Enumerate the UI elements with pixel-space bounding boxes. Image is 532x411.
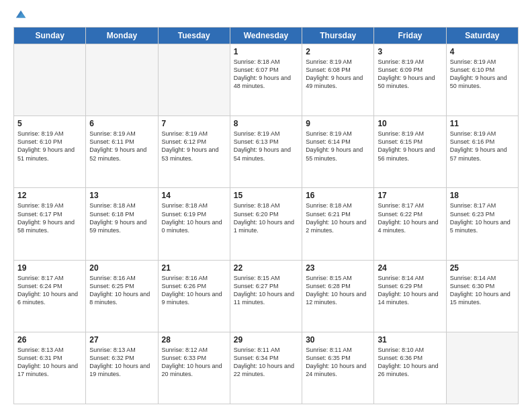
calendar-cell: 28Sunrise: 8:12 AM Sunset: 6:33 PM Dayli… — [158, 332, 230, 404]
calendar-cell: 13Sunrise: 8:18 AM Sunset: 6:18 PM Dayli… — [86, 188, 158, 260]
day-number: 22 — [234, 263, 298, 273]
calendar-cell: 9Sunrise: 8:19 AM Sunset: 6:14 PM Daylig… — [302, 116, 374, 188]
day-info: Sunrise: 8:16 AM Sunset: 6:26 PM Dayligh… — [162, 274, 226, 307]
day-number: 18 — [450, 191, 515, 200]
day-info: Sunrise: 8:10 AM Sunset: 6:36 PM Dayligh… — [378, 346, 442, 379]
day-number: 15 — [234, 191, 298, 200]
calendar-cell: 24Sunrise: 8:14 AM Sunset: 6:29 PM Dayli… — [374, 260, 446, 332]
day-info: Sunrise: 8:11 AM Sunset: 6:34 PM Dayligh… — [234, 346, 298, 379]
day-info: Sunrise: 8:14 AM Sunset: 6:29 PM Dayligh… — [378, 274, 442, 307]
calendar-cell: 14Sunrise: 8:18 AM Sunset: 6:19 PM Dayli… — [158, 188, 230, 260]
day-number: 8 — [234, 119, 298, 128]
day-info: Sunrise: 8:19 AM Sunset: 6:10 PM Dayligh… — [450, 58, 515, 91]
calendar-cell: 11Sunrise: 8:19 AM Sunset: 6:16 PM Dayli… — [446, 116, 518, 188]
calendar-cell: 18Sunrise: 8:17 AM Sunset: 6:23 PM Dayli… — [446, 188, 518, 260]
day-number: 14 — [162, 191, 226, 200]
day-number: 26 — [17, 335, 82, 345]
day-of-week-header: Wednesday — [230, 28, 302, 44]
day-info: Sunrise: 8:18 AM Sunset: 6:20 PM Dayligh… — [234, 201, 298, 234]
logo-icon — [15, 8, 27, 20]
day-info: Sunrise: 8:17 AM Sunset: 6:23 PM Dayligh… — [450, 201, 515, 234]
calendar-cell — [158, 44, 230, 116]
day-info: Sunrise: 8:19 AM Sunset: 6:09 PM Dayligh… — [378, 58, 442, 91]
day-info: Sunrise: 8:19 AM Sunset: 6:11 PM Dayligh… — [89, 130, 154, 163]
day-number: 17 — [378, 191, 442, 200]
calendar-cell: 12Sunrise: 8:19 AM Sunset: 6:17 PM Dayli… — [14, 188, 86, 260]
day-number: 29 — [234, 335, 298, 345]
calendar-cell: 7Sunrise: 8:19 AM Sunset: 6:12 PM Daylig… — [158, 116, 230, 188]
day-number: 5 — [17, 119, 82, 128]
day-number: 20 — [89, 263, 154, 273]
day-info: Sunrise: 8:18 AM Sunset: 6:21 PM Dayligh… — [306, 201, 370, 234]
day-info: Sunrise: 8:19 AM Sunset: 6:10 PM Dayligh… — [17, 130, 82, 163]
calendar-cell — [446, 332, 518, 404]
day-info: Sunrise: 8:19 AM Sunset: 6:16 PM Dayligh… — [450, 130, 515, 163]
day-info: Sunrise: 8:17 AM Sunset: 6:22 PM Dayligh… — [378, 201, 442, 234]
day-number: 4 — [450, 47, 515, 56]
calendar-cell: 23Sunrise: 8:15 AM Sunset: 6:28 PM Dayli… — [302, 260, 374, 332]
calendar-cell: 5Sunrise: 8:19 AM Sunset: 6:10 PM Daylig… — [14, 116, 86, 188]
day-number: 25 — [450, 263, 515, 273]
calendar-cell: 15Sunrise: 8:18 AM Sunset: 6:20 PM Dayli… — [230, 188, 302, 260]
day-info: Sunrise: 8:19 AM Sunset: 6:14 PM Dayligh… — [306, 130, 370, 163]
calendar-cell: 3Sunrise: 8:19 AM Sunset: 6:09 PM Daylig… — [374, 44, 446, 116]
day-number: 16 — [306, 191, 370, 200]
day-of-week-header: Saturday — [446, 28, 518, 44]
day-number: 23 — [306, 263, 370, 273]
day-of-week-header: Monday — [86, 28, 158, 44]
day-number: 21 — [162, 263, 226, 273]
day-info: Sunrise: 8:18 AM Sunset: 6:07 PM Dayligh… — [234, 58, 298, 91]
day-of-week-header: Tuesday — [158, 28, 230, 44]
day-of-week-header: Thursday — [302, 28, 374, 44]
calendar-cell: 2Sunrise: 8:19 AM Sunset: 6:08 PM Daylig… — [302, 44, 374, 116]
calendar-cell: 22Sunrise: 8:15 AM Sunset: 6:27 PM Dayli… — [230, 260, 302, 332]
day-number: 2 — [306, 47, 370, 56]
day-number: 6 — [89, 119, 154, 128]
header — [13, 11, 519, 20]
day-info: Sunrise: 8:15 AM Sunset: 6:28 PM Dayligh… — [306, 274, 370, 307]
calendar-cell — [86, 44, 158, 116]
day-info: Sunrise: 8:19 AM Sunset: 6:13 PM Dayligh… — [234, 130, 298, 163]
day-number: 31 — [378, 335, 442, 345]
day-number: 11 — [450, 119, 515, 128]
day-number: 13 — [89, 191, 154, 200]
calendar-cell: 25Sunrise: 8:14 AM Sunset: 6:30 PM Dayli… — [446, 260, 518, 332]
calendar-cell — [14, 44, 86, 116]
day-info: Sunrise: 8:19 AM Sunset: 6:12 PM Dayligh… — [162, 130, 226, 163]
calendar-cell: 29Sunrise: 8:11 AM Sunset: 6:34 PM Dayli… — [230, 332, 302, 404]
day-info: Sunrise: 8:13 AM Sunset: 6:31 PM Dayligh… — [17, 346, 82, 379]
day-number: 28 — [162, 335, 226, 345]
day-number: 27 — [89, 335, 154, 345]
day-info: Sunrise: 8:13 AM Sunset: 6:32 PM Dayligh… — [89, 346, 154, 379]
day-info: Sunrise: 8:14 AM Sunset: 6:30 PM Dayligh… — [450, 274, 515, 307]
day-number: 7 — [162, 119, 226, 128]
calendar-table: SundayMondayTuesdayWednesdayThursdayFrid… — [13, 27, 519, 404]
calendar-cell: 1Sunrise: 8:18 AM Sunset: 6:07 PM Daylig… — [230, 44, 302, 116]
day-of-week-header: Sunday — [14, 28, 86, 44]
day-number: 30 — [306, 335, 370, 345]
day-info: Sunrise: 8:19 AM Sunset: 6:17 PM Dayligh… — [17, 201, 82, 234]
calendar-cell: 10Sunrise: 8:19 AM Sunset: 6:15 PM Dayli… — [374, 116, 446, 188]
calendar-cell: 16Sunrise: 8:18 AM Sunset: 6:21 PM Dayli… — [302, 188, 374, 260]
calendar-cell: 6Sunrise: 8:19 AM Sunset: 6:11 PM Daylig… — [86, 116, 158, 188]
day-number: 24 — [378, 263, 442, 273]
calendar-cell: 27Sunrise: 8:13 AM Sunset: 6:32 PM Dayli… — [86, 332, 158, 404]
day-info: Sunrise: 8:12 AM Sunset: 6:33 PM Dayligh… — [162, 346, 226, 379]
day-info: Sunrise: 8:19 AM Sunset: 6:08 PM Dayligh… — [306, 58, 370, 91]
calendar-cell: 30Sunrise: 8:11 AM Sunset: 6:35 PM Dayli… — [302, 332, 374, 404]
calendar-cell: 21Sunrise: 8:16 AM Sunset: 6:26 PM Dayli… — [158, 260, 230, 332]
day-number: 12 — [17, 191, 82, 200]
calendar-cell: 31Sunrise: 8:10 AM Sunset: 6:36 PM Dayli… — [374, 332, 446, 404]
day-info: Sunrise: 8:17 AM Sunset: 6:24 PM Dayligh… — [17, 274, 82, 307]
day-info: Sunrise: 8:11 AM Sunset: 6:35 PM Dayligh… — [306, 346, 370, 379]
day-number: 1 — [234, 47, 298, 56]
calendar-cell: 4Sunrise: 8:19 AM Sunset: 6:10 PM Daylig… — [446, 44, 518, 116]
page: SundayMondayTuesdayWednesdayThursdayFrid… — [0, 0, 532, 411]
day-info: Sunrise: 8:15 AM Sunset: 6:27 PM Dayligh… — [234, 274, 298, 307]
day-info: Sunrise: 8:19 AM Sunset: 6:15 PM Dayligh… — [378, 130, 442, 163]
day-of-week-header: Friday — [374, 28, 446, 44]
calendar-cell: 26Sunrise: 8:13 AM Sunset: 6:31 PM Dayli… — [14, 332, 86, 404]
day-info: Sunrise: 8:18 AM Sunset: 6:19 PM Dayligh… — [162, 201, 226, 234]
day-number: 9 — [306, 119, 370, 128]
calendar-cell: 19Sunrise: 8:17 AM Sunset: 6:24 PM Dayli… — [14, 260, 86, 332]
